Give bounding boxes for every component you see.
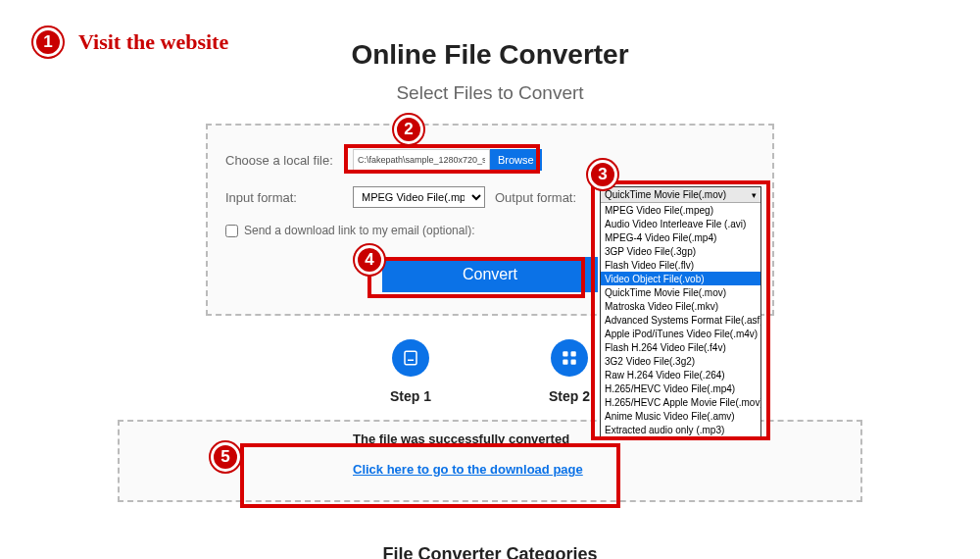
dropdown-option[interactable]: Raw H.264 Video File(.264)	[601, 368, 760, 381]
step-2-label: Step 2	[549, 388, 590, 404]
convert-button[interactable]: Convert	[382, 257, 598, 292]
dropdown-option[interactable]: Extracted audio only (.mp3)	[601, 423, 760, 436]
download-link[interactable]: Click here to go to the download page	[353, 462, 583, 477]
dropdown-list: MPEG Video File(.mpeg)Audio Video Interl…	[601, 203, 760, 436]
file-input-wrap: Browse	[353, 149, 549, 171]
dropdown-option[interactable]: Video Object File(.vob)	[601, 272, 760, 285]
email-checkbox-label: Send a download link to my email (option…	[244, 224, 474, 237]
chevron-down-icon: ▾	[752, 190, 757, 200]
file-row: Choose a local file: Browse	[225, 149, 755, 171]
dropdown-option[interactable]: Flash H.264 Video File(.f4v)	[601, 340, 760, 354]
svg-rect-2	[563, 351, 567, 356]
step-1-label: Step 1	[390, 388, 431, 404]
annotation-badge-1: 1	[33, 27, 63, 57]
steps-row: Step 1 Step 2	[0, 339, 980, 404]
svg-rect-1	[408, 360, 414, 362]
step-2: Step 2	[549, 339, 590, 404]
file-icon	[392, 339, 429, 377]
annotation-text-1: Visit the website	[78, 29, 228, 55]
output-format-dropdown[interactable]: QuickTime Movie File(.mov) ▾ MPEG Video …	[600, 186, 761, 437]
dropdown-option[interactable]: Anime Music Video File(.amv)	[601, 409, 760, 423]
dropdown-option[interactable]: Advanced Systems Format File(.asf)	[601, 313, 760, 327]
dropdown-option[interactable]: Flash Video File(.flv)	[601, 258, 760, 272]
dropdown-option[interactable]: QuickTime Movie File(.mov)	[601, 285, 760, 299]
dropdown-option[interactable]: MPEG-4 Video File(.mp4)	[601, 230, 760, 244]
dropdown-option[interactable]: Apple iPod/iTunes Video File(.m4v)	[601, 327, 760, 340]
browse-button[interactable]: Browse	[490, 149, 542, 171]
dropdown-option[interactable]: MPEG Video File(.mpeg)	[601, 203, 760, 217]
page-subtitle: Select Files to Convert	[0, 82, 980, 104]
categories-heading: File Converter Categories	[382, 544, 597, 559]
success-box: The file was successfully converted Clic…	[353, 432, 715, 478]
email-checkbox[interactable]	[225, 225, 238, 237]
svg-rect-4	[563, 360, 567, 365]
dropdown-option[interactable]: H.265/HEVC Apple Movie File(.mov)	[601, 395, 760, 409]
dropdown-option[interactable]: 3GP Video File(.3gp)	[601, 244, 760, 258]
svg-rect-0	[405, 351, 416, 365]
dropdown-option[interactable]: H.265/HEVC Video File(.mp4)	[601, 381, 760, 395]
input-format-label: Input format:	[225, 190, 353, 205]
choose-file-label: Choose a local file:	[225, 153, 353, 168]
annotation-badge-3: 3	[588, 160, 617, 189]
annotation-badge-5: 5	[211, 442, 240, 472]
svg-rect-3	[571, 351, 576, 356]
dropdown-selected: QuickTime Movie File(.mov)	[605, 189, 726, 200]
dropdown-option[interactable]: Audio Video Interleave File (.avi)	[601, 217, 760, 230]
annotation-badge-2: 2	[394, 115, 423, 144]
dropdown-option[interactable]: Matroska Video File(.mkv)	[601, 299, 760, 313]
grid-icon	[551, 339, 588, 377]
step-1: Step 1	[390, 339, 431, 404]
input-format-select[interactable]: MPEG Video File(.mpeg)	[353, 186, 485, 208]
dropdown-option[interactable]: 3G2 Video File(.3g2)	[601, 354, 760, 368]
file-path-input[interactable]	[353, 149, 490, 171]
svg-rect-5	[571, 360, 576, 365]
annotation-badge-4: 4	[355, 245, 384, 275]
dropdown-header[interactable]: QuickTime Movie File(.mov) ▾	[601, 187, 760, 203]
